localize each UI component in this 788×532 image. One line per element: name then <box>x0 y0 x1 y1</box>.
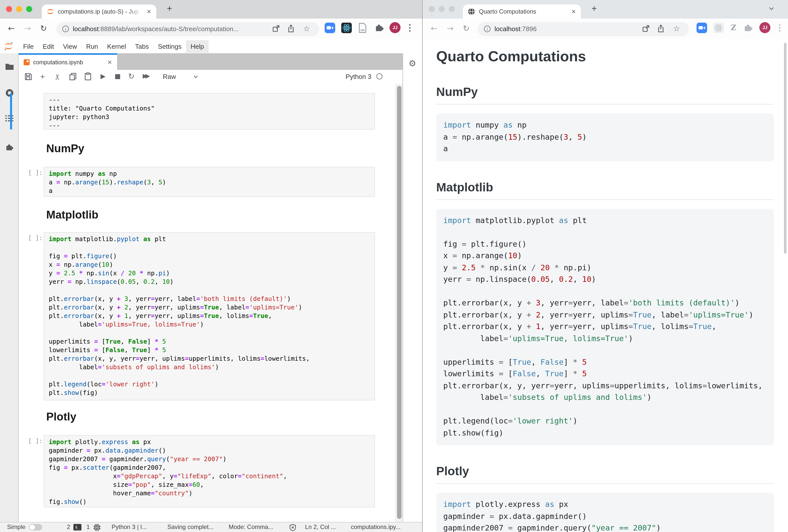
browser-tab-jupyter[interactable]: computations.ip (auto-S) - Jup ✕ <box>42 4 156 19</box>
menu-help[interactable]: Help <box>186 40 209 53</box>
trust-shield-icon[interactable] <box>290 524 296 532</box>
simple-mode-toggle[interactable] <box>29 524 42 531</box>
back-icon[interactable]: ← <box>431 24 437 33</box>
code-line: label='subsets of uplims and lolims') <box>49 363 370 371</box>
code-cell-numpy[interactable]: import numpy as npa = np.arange(15).resh… <box>44 167 375 197</box>
url-bar[interactable]: i localhost:8889/lab/workspaces/auto-S/t… <box>56 22 319 36</box>
new-tab-button[interactable]: + <box>591 3 597 14</box>
kernel-status-text[interactable]: Python 3 | I... <box>112 524 147 531</box>
bookmark-star-icon[interactable]: ☆ <box>303 24 310 33</box>
run-cell-icon[interactable]: ▶ <box>100 72 105 80</box>
kernel-chip-icon[interactable] <box>94 524 100 532</box>
react-devtools-extension-icon[interactable] <box>713 23 724 33</box>
property-inspector-gear-icon[interactable]: ⚙ <box>409 58 416 68</box>
file-browser-icon[interactable] <box>5 63 14 73</box>
site-info-icon[interactable]: i <box>62 26 69 32</box>
page-scrollbar-thumb[interactable] <box>784 43 787 254</box>
tab-close-icon[interactable]: ✕ <box>571 8 576 15</box>
menu-settings[interactable]: Settings <box>153 40 186 53</box>
browser-menu-icon[interactable] <box>779 24 781 26</box>
menu-run[interactable]: Run <box>82 40 103 53</box>
bookmark-star-icon[interactable]: ☆ <box>673 24 680 33</box>
back-icon[interactable]: ← <box>8 24 15 33</box>
terminals-count[interactable]: 2 <box>67 524 70 531</box>
restart-kernel-icon[interactable]: ↻ <box>128 72 134 81</box>
menu-edit[interactable]: Edit <box>38 40 59 53</box>
menu-file[interactable]: File <box>19 40 38 53</box>
code-line: import matplotlib.pyplot as plt <box>443 215 771 227</box>
tab-close-icon[interactable]: ✕ <box>147 8 151 15</box>
macos-zoom-button[interactable] <box>449 6 455 12</box>
code-cell-plotly[interactable]: import plotly.express as pxgapminder = p… <box>44 435 375 507</box>
forward-icon[interactable]: → <box>447 24 454 33</box>
notebook-heading-matplotlib[interactable]: Matplotlib <box>46 208 98 222</box>
document-extension-icon[interactable] <box>358 23 368 33</box>
code-line: plt.errorbar(x, y + 2, yerr=yerr, uplims… <box>49 303 370 311</box>
code-line: x = np.arange(10) <box>443 250 771 262</box>
notebook-tab[interactable]: computations.ipynb ✕ <box>19 53 117 70</box>
site-info-icon[interactable]: i <box>484 26 491 32</box>
browser-tab-quarto[interactable]: Quarto Computations ✕ <box>463 4 581 19</box>
macos-minimize-button[interactable] <box>16 6 22 12</box>
browser-menu-icon[interactable] <box>409 24 411 26</box>
browser-profile-avatar[interactable]: JJ <box>760 22 770 33</box>
raw-cell[interactable]: ---title: "Quarto Computations"jupyter: … <box>44 93 375 129</box>
open-in-new-icon[interactable] <box>272 25 280 35</box>
macos-zoom-button[interactable] <box>26 6 32 12</box>
zoom-extension-icon[interactable] <box>696 23 707 33</box>
browser-tab-title: computations.ip (auto-S) - Jup <box>58 8 143 15</box>
extension-manager-icon[interactable] <box>5 143 14 154</box>
interrupt-kernel-icon[interactable]: ■ <box>115 72 121 80</box>
extensions-puzzle-icon[interactable] <box>743 23 754 33</box>
forward-icon[interactable]: → <box>24 24 31 33</box>
tab-search-chevron-icon[interactable] <box>769 5 774 12</box>
menu-kernel[interactable]: Kernel <box>102 40 131 53</box>
code-line: gapminder = px.data.gapminder() <box>443 511 771 523</box>
terminal-icon[interactable]: $_ <box>73 524 81 531</box>
code-line: a <box>443 143 771 155</box>
url-host: localhost <box>73 25 99 33</box>
selected-cell-indicator <box>10 93 12 129</box>
copy-cells-icon[interactable] <box>70 73 76 80</box>
menu-tabs[interactable]: Tabs <box>131 40 154 53</box>
notebook-heading-plotly[interactable]: Plotly <box>46 410 76 424</box>
react-devtools-extension-icon[interactable] <box>341 23 352 33</box>
open-in-new-icon[interactable] <box>642 25 650 35</box>
kernels-count[interactable]: 1 <box>86 524 90 531</box>
zoom-extension-icon[interactable] <box>324 23 335 33</box>
save-icon[interactable] <box>25 73 32 80</box>
code-line: fig.show() <box>49 497 370 506</box>
notebook-tab-close-icon[interactable]: ✕ <box>107 59 112 65</box>
cell-type-dropdown[interactable]: Raw <box>163 73 176 80</box>
code-line: upperlimits = [True, False] * 5 <box>49 337 370 346</box>
paste-cells-icon[interactable] <box>84 72 92 80</box>
kernel-name[interactable]: Python 3 <box>346 73 371 80</box>
command-mode-indicator[interactable]: Mode: Comma... <box>229 524 273 531</box>
url-bar[interactable]: i localhost:7896 ☆ <box>478 22 689 36</box>
menu-view[interactable]: View <box>59 40 82 53</box>
share-icon[interactable] <box>287 25 295 35</box>
cursor-position[interactable]: Ln 2, Col ... <box>305 524 336 531</box>
macos-minimize-button[interactable] <box>439 6 445 12</box>
kernel-status-icon[interactable] <box>376 73 382 79</box>
macos-close-button[interactable] <box>6 6 12 12</box>
code-cell-matplotlib[interactable]: import matplotlib.pyplot as plt fig = pl… <box>44 232 375 401</box>
notebook-scrollbar[interactable] <box>395 84 402 523</box>
running-kernels-icon[interactable] <box>5 88 14 100</box>
table-of-contents-icon[interactable] <box>5 115 14 124</box>
reload-icon[interactable]: ↻ <box>40 24 47 33</box>
z-extension-icon[interactable]: Z <box>731 23 736 32</box>
macos-close-button[interactable] <box>429 6 435 12</box>
restart-run-all-icon[interactable]: ▶▶ <box>143 72 148 79</box>
browser-profile-avatar[interactable]: JJ <box>390 22 400 33</box>
cut-cells-icon[interactable]: ✂ <box>53 74 62 80</box>
scrollbar-thumb[interactable] <box>397 86 401 519</box>
extensions-puzzle-icon[interactable] <box>374 23 385 33</box>
notebook-heading-numpy[interactable]: NumPy <box>46 142 84 155</box>
cell-type-chevron-down-icon[interactable] <box>194 75 198 78</box>
new-tab-button[interactable]: + <box>167 3 172 14</box>
reload-icon[interactable]: ↻ <box>463 24 470 33</box>
add-cell-icon[interactable]: + <box>40 72 45 81</box>
url-path: :8889/lab/workspaces/auto-S/tree/computa… <box>99 25 239 33</box>
share-icon[interactable] <box>657 25 665 35</box>
